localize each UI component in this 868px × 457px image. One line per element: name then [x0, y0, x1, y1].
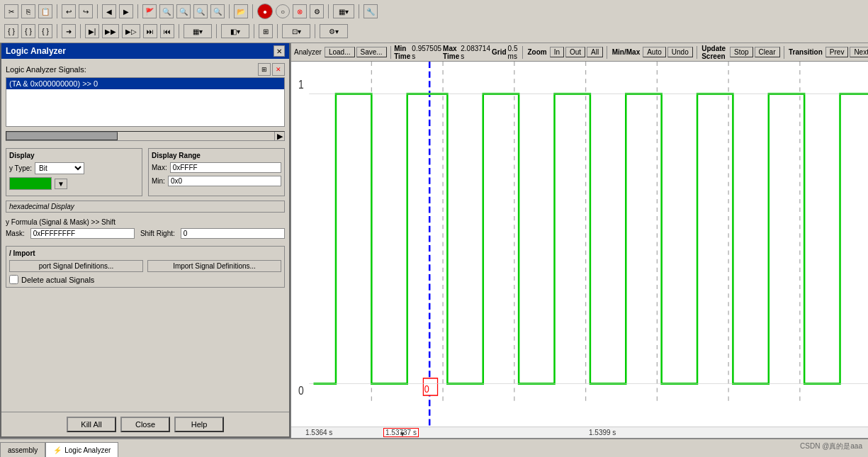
display-group: Display y Type: Bit ▼ [6, 148, 142, 196]
back-btn[interactable]: ◀ [102, 4, 116, 18]
stop-btn[interactable]: Stop [730, 47, 753, 57]
arrow-btn[interactable]: ➜ [62, 24, 76, 38]
time-axis: 1.5364 s 1.53737 s 1.5399 s ▼ [291, 427, 868, 438]
export-row: port Signal Definitions... Import Signal… [9, 260, 281, 272]
img2-btn[interactable]: ◧▾ [221, 24, 249, 38]
prev-btn[interactable]: Prev [825, 47, 849, 57]
sep10 [179, 24, 179, 38]
dialog-body: Logic Analyzer Signals: ⊞ ✕ (TA & 0x0000… [1, 59, 289, 412]
sep3 [137, 4, 138, 18]
mask-input[interactable] [30, 228, 135, 239]
braces2-btn[interactable]: { } [21, 24, 35, 38]
undo-btn[interactable]: Undo [667, 47, 693, 57]
load-btn[interactable]: Load... [325, 47, 355, 57]
tools3-btn[interactable]: ⚙▾ [320, 24, 348, 38]
paste-btn[interactable]: 📋 [38, 4, 52, 18]
copy-btn[interactable]: ⎘ [21, 4, 35, 18]
max-input[interactable] [170, 162, 281, 173]
find-btn2[interactable]: 🔍 [176, 4, 191, 18]
save-btn[interactable]: Save... [356, 47, 387, 57]
display-range-title: Display Range [152, 152, 281, 159]
hexadecimal-label: hexadecimal Display [9, 203, 74, 210]
find-btn1[interactable]: 🔍 [159, 4, 174, 18]
clear-btn[interactable]: Clear [755, 47, 780, 57]
zoom-all-btn[interactable]: All [587, 47, 603, 57]
run4-btn[interactable]: ⏭ [143, 24, 157, 38]
remove-signal-icon-btn[interactable]: ✕ [272, 63, 285, 76]
min-input[interactable] [168, 176, 281, 186]
run1-btn[interactable]: ▶| [85, 24, 99, 38]
max-label: Max: [152, 164, 167, 171]
braces3-btn[interactable]: { } [38, 24, 52, 38]
forward-btn[interactable]: ▶ [119, 4, 133, 18]
minmax-label: Min/Max [611, 48, 641, 56]
signal-item[interactable]: (TA & 0x000000000) >> 0 [6, 78, 284, 89]
debug3-btn[interactable]: ⊗ [293, 4, 307, 18]
zoom-out-btn[interactable]: Out [565, 47, 585, 57]
debug4-btn[interactable]: ⚙ [310, 4, 324, 18]
run2-btn[interactable]: ▶▶ [102, 24, 119, 38]
formula-label: y Formula (Signal & Mask) >> Shift [6, 218, 285, 226]
cut-btn[interactable]: ✂ [4, 4, 18, 18]
sep13 [277, 24, 278, 38]
add-signal-icon-btn[interactable]: ⊞ [258, 63, 271, 76]
find-btn3[interactable]: 🔍 [193, 4, 208, 18]
open-file-btn[interactable]: 📂 [234, 4, 248, 18]
display-type-select[interactable]: Bit [35, 162, 84, 174]
bottom-section: assembly ⚡ Logic Analyzer 📄 PWM.h 📄 PWM.… [0, 438, 868, 457]
display-group-title: Display [9, 152, 139, 159]
braces1-btn[interactable]: { } [4, 24, 18, 38]
sep1 [57, 4, 57, 18]
sep-a4 [697, 46, 697, 59]
help-btn[interactable]: Help [174, 417, 224, 432]
tools2-btn[interactable]: 🔧 [363, 4, 378, 18]
mask-row: Mask: Shift Right: [6, 228, 285, 239]
export-signal-btn[interactable]: port Signal Definitions... [9, 260, 143, 272]
zoom-in-btn[interactable]: In [550, 47, 564, 57]
horizontal-scrollbar[interactable]: ▶ [6, 131, 285, 141]
grid-value: 0.5 ms [508, 45, 519, 60]
import-signal-btn[interactable]: Import Signal Definitions... [147, 260, 281, 272]
bottom-tab-bar: assembly ⚡ Logic Analyzer [0, 438, 868, 457]
dialog-title: Logic Analyzer [6, 46, 66, 56]
auto-btn[interactable]: Auto [643, 47, 666, 57]
time3: 1.5399 s [589, 429, 616, 436]
next-btn[interactable]: Next [850, 47, 868, 57]
color-down-btn[interactable]: ▼ [55, 179, 67, 189]
formula-section: y Formula (Signal & Mask) >> Shift Mask:… [6, 218, 285, 239]
find-btn4[interactable]: 🔍 [210, 4, 225, 18]
delete-signals-checkbox[interactable] [9, 275, 18, 284]
redo-btn[interactable]: ↪ [79, 4, 93, 18]
dialog-close-btn[interactable]: ✕ [274, 45, 285, 57]
img4-btn[interactable]: ⊡▾ [282, 24, 310, 38]
sep14 [315, 24, 315, 38]
sep-a2 [522, 46, 523, 59]
bookmark-btn[interactable]: 🚩 [142, 4, 157, 18]
view-btn[interactable]: ▦▾ [333, 4, 354, 18]
sep12 [254, 24, 254, 38]
signal-list[interactable]: (TA & 0x000000000) >> 0 [6, 77, 285, 127]
tab-assembly[interactable]: assembly [0, 442, 45, 457]
debug2-btn[interactable]: ○ [276, 4, 290, 18]
analyzer-toolbar: Analyzer Load... Save... Min Time 0.9575… [291, 43, 868, 62]
signal-color-picker[interactable] [9, 177, 52, 190]
sep6 [328, 4, 329, 18]
shift-input[interactable] [181, 228, 285, 239]
undo-btn[interactable]: ↩ [62, 4, 76, 18]
close-btn[interactable]: Close [120, 417, 170, 432]
transition-label: Transition [787, 48, 824, 56]
debug-btn[interactable]: ● [257, 4, 273, 19]
signals-label-text: Logic Analyzer Signals: [6, 65, 86, 74]
img1-btn[interactable]: ▦▾ [184, 24, 212, 38]
waveform-panel: Analyzer Load... Save... Min Time 0.9575… [291, 43, 868, 438]
img3-btn[interactable]: ⊞ [259, 24, 273, 38]
tab-logic-analyzer[interactable]: ⚡ Logic Analyzer [45, 442, 118, 457]
min-time-value: 0.957505 s [412, 45, 441, 60]
run5-btn[interactable]: ⏮ [160, 24, 174, 38]
run3-btn[interactable]: ▶▷ [122, 24, 140, 38]
signals-section: Logic Analyzer Signals: ⊞ ✕ (TA & 0x0000… [6, 63, 285, 127]
dialog-titlebar: Logic Analyzer ✕ [1, 43, 289, 59]
kill-all-btn[interactable]: Kill All [67, 417, 116, 432]
color-row: ▼ [9, 177, 139, 190]
max-time-value: 2.083714 s [461, 45, 490, 60]
